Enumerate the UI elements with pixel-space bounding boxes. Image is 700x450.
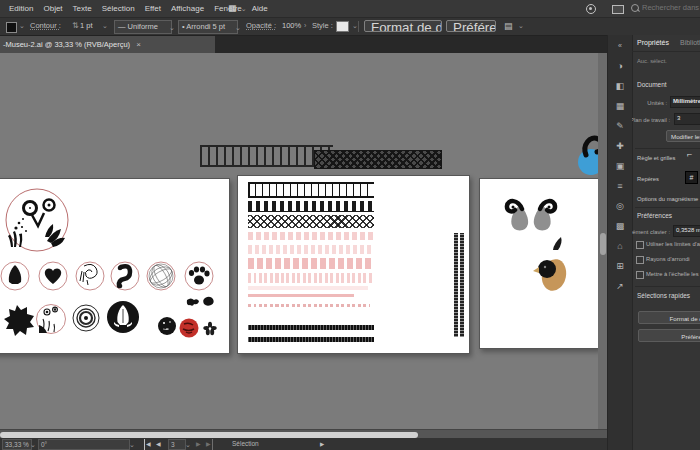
libraries-panel-icon[interactable]: ⌂ — [608, 237, 632, 255]
width-profile-chevron-icon[interactable]: ⌄ — [169, 20, 175, 36]
preferences-section-header: Préférences — [637, 212, 672, 219]
prev-artboard-icon[interactable]: ◀ — [156, 439, 161, 450]
black-textured-rule-2[interactable] — [248, 337, 374, 342]
pink-border-4[interactable] — [248, 273, 374, 283]
zoom-field[interactable]: 33,33 % — [2, 439, 32, 450]
artboard-3-ornaments[interactable] — [479, 178, 599, 349]
menu-objet[interactable]: Objet — [38, 0, 67, 17]
artboard-number-field[interactable]: 3 — [168, 439, 186, 450]
vertical-scrollbar[interactable] — [598, 53, 607, 429]
greek-key-border[interactable] — [248, 182, 374, 198]
align-chevron-icon[interactable]: ⌄ — [518, 18, 524, 34]
snap-options-label: Options du magnétisme — [637, 194, 698, 204]
brush-dropdown[interactable]: • Arrondi 5 pt — [178, 20, 238, 34]
units-label: Unités : — [632, 98, 667, 108]
pink-dotted-rule[interactable] — [248, 304, 370, 307]
first-artboard-icon[interactable]: ◀ — [144, 439, 151, 450]
pink-rule[interactable] — [248, 294, 354, 297]
stroke-weight-value[interactable]: 1 pt — [80, 18, 93, 34]
align-icon[interactable]: ▤ — [504, 18, 513, 34]
units-dropdown[interactable]: Millimètres — [670, 96, 700, 108]
keyboard-increment-label: Incrément clavier : — [632, 227, 670, 237]
last-artboard-icon[interactable]: ▶ — [206, 439, 213, 450]
account-icon[interactable] — [586, 4, 596, 14]
gradient-panel-icon[interactable]: ◧ — [608, 77, 632, 95]
brushes-panel-icon[interactable]: ✎ — [608, 117, 632, 135]
status-flyout-icon[interactable]: ▶ — [320, 439, 324, 450]
arrange-windows-icon[interactable] — [612, 5, 624, 14]
black-textured-rule-1[interactable] — [248, 325, 374, 330]
preview-bounds-checkbox[interactable] — [636, 241, 644, 249]
menu-aide[interactable]: Aide — [247, 0, 273, 17]
next-artboard-icon[interactable]: ▶ — [196, 439, 201, 450]
workspace-switcher[interactable]: ▦ ⌄ — [228, 0, 247, 17]
brush-chevron-icon[interactable]: ⌄ — [235, 20, 241, 36]
horizontal-scrollbar-thumb[interactable] — [0, 432, 418, 438]
color-panel-icon[interactable]: ◑ — [608, 57, 632, 75]
artboard-2-borders[interactable] — [237, 175, 470, 354]
tab-libraries[interactable]: Bibliothèques — [680, 35, 700, 50]
owl-medallion[interactable] — [6, 189, 68, 251]
vertical-border-2[interactable] — [460, 233, 464, 337]
quick-preferences-button[interactable]: Préférences — [638, 329, 700, 342]
menu-edition[interactable]: Edition — [4, 0, 38, 17]
floating-cross-box-pattern[interactable] — [314, 150, 442, 169]
pink-border-3[interactable] — [248, 258, 374, 269]
stroke-label[interactable]: Contour : — [30, 18, 61, 34]
opacity-label[interactable]: Opacité : — [246, 18, 276, 34]
no-selection-label: Auc. sélect. — [637, 56, 667, 66]
close-tab-icon[interactable]: × — [136, 40, 141, 49]
opacity-more-icon[interactable]: › — [304, 18, 306, 34]
artboard-1-medallions[interactable] — [0, 178, 230, 354]
help-search-input[interactable] — [642, 3, 700, 12]
rotation-chevron-icon[interactable]: ⌄ — [129, 439, 135, 450]
rotation-field[interactable]: 0° — [38, 439, 130, 450]
keyboard-increment-field[interactable]: 0,3528 mm — [673, 225, 700, 237]
chevron-down-icon: ⌄ — [241, 5, 247, 12]
stroke-weight-chevron-icon[interactable]: ⌄ — [102, 18, 108, 34]
width-profile-dropdown[interactable]: — Uniforme — [114, 20, 172, 34]
menu-affichage[interactable]: Affichage — [166, 0, 209, 17]
style-swatch[interactable] — [336, 21, 349, 32]
pink-border-1[interactable] — [248, 232, 374, 240]
artboard-count-field[interactable]: 3 — [674, 113, 700, 125]
inverse-palmette-medallion — [107, 301, 139, 333]
menu-panel-icon[interactable]: ≡ — [608, 177, 632, 195]
pink-border-5[interactable] — [248, 286, 368, 290]
preferences-button[interactable]: Préférences — [446, 20, 496, 32]
scale-strokes-checkbox[interactable] — [636, 271, 644, 279]
style-chevron-icon[interactable]: ⌄ — [352, 18, 358, 34]
zoom-chevron-icon[interactable]: ⌄ — [30, 439, 36, 450]
document-tab[interactable]: -Museu-2.ai @ 33,33 % (RVB/Aperçu) × — [0, 36, 215, 53]
menu-selection[interactable]: Sélection — [97, 0, 140, 17]
tab-properties[interactable]: Propriétés — [637, 35, 669, 50]
diamond-chain-border[interactable] — [248, 215, 374, 228]
spiral-border[interactable] — [248, 201, 374, 212]
swatch-chevron-icon[interactable]: ⌄ — [19, 18, 25, 34]
edit-artboards-button[interactable]: Modifier les plans de travail — [666, 130, 700, 142]
fill-swatch[interactable] — [6, 22, 17, 33]
stroke-stepper-icon[interactable]: ⇅ — [72, 18, 79, 34]
menu-texte[interactable]: Texte — [68, 0, 97, 17]
vertical-scrollbar-thumb[interactable] — [600, 233, 606, 255]
artboards-panel-icon[interactable]: ⊞ — [608, 257, 632, 275]
ruler-icon[interactable]: ⌐ — [687, 149, 692, 159]
search-icon[interactable] — [631, 4, 639, 12]
symbols-panel-icon[interactable]: ✚ — [608, 137, 632, 155]
collapse-panel-icon[interactable]: « — [608, 37, 632, 55]
vertical-border-1[interactable] — [454, 233, 458, 337]
quick-document-setup-button[interactable]: Format de document — [638, 311, 700, 324]
guides-icon[interactable]: # — [685, 171, 698, 184]
document-setup-button[interactable]: Format de document — [364, 20, 442, 32]
menu-effet[interactable]: Effet — [140, 0, 166, 17]
transparency-panel-icon[interactable]: ▩ — [608, 217, 632, 235]
corner-radius-checkbox[interactable] — [636, 256, 644, 264]
appearance-panel-icon[interactable]: ◎ — [608, 197, 632, 215]
export-panel-icon[interactable]: ↗ — [608, 277, 632, 295]
artboard-chevron-icon[interactable]: ⌄ — [185, 439, 191, 450]
opacity-value[interactable]: 100% — [282, 18, 301, 34]
swatches-panel-icon[interactable]: ▦ — [608, 97, 632, 115]
pink-border-2[interactable] — [248, 245, 374, 254]
layers-panel-icon[interactable]: ▣ — [608, 157, 632, 175]
canvas[interactable] — [0, 53, 607, 429]
